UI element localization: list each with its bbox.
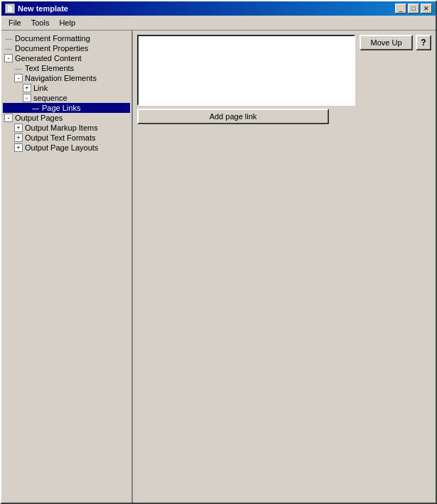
add-page-link-button[interactable]: Add page link (137, 109, 329, 124)
add-link-row: Add page link (137, 109, 431, 124)
tree-label-output-pages: Output Pages (15, 114, 63, 122)
tree-item-page-links[interactable]: — Page Links (3, 103, 130, 113)
expander-sequence[interactable]: - (23, 94, 31, 102)
expander-output-page-layouts[interactable]: + (14, 143, 23, 152)
main-content: — Document Formatting — Document Propert… (1, 31, 436, 503)
tree-label-output-markup-items: Output Markup Items (25, 124, 98, 132)
tree-item-text-elements[interactable]: — Text Elements (3, 63, 130, 73)
help-button[interactable]: ? (416, 35, 431, 50)
tree-item-output-page-layouts[interactable]: + Output Page Layouts (3, 143, 130, 153)
close-button[interactable]: ✕ (421, 4, 432, 13)
tree-item-doc-properties[interactable]: — Document Properties (3, 43, 130, 53)
tree-label-link: Link (33, 84, 48, 92)
window-title: New template (18, 4, 68, 13)
bottom-area (137, 127, 431, 498)
expander-output-text-formats[interactable]: + (14, 133, 23, 142)
tree-item-output-text-formats[interactable]: + Output Text Formats (3, 133, 130, 143)
maximize-button[interactable]: □ (408, 4, 419, 13)
tree-item-navigation-elements[interactable]: - Navigation Elements (3, 73, 130, 83)
tree-label-text-elements: Text Elements (25, 64, 74, 72)
menu-file[interactable]: File (4, 17, 26, 28)
tree-item-sequence[interactable]: - sequence (3, 93, 130, 103)
menu-tools[interactable]: Tools (27, 17, 54, 28)
tree-dash-icon: — (4, 35, 13, 43)
title-buttons: _ □ ✕ (395, 4, 432, 13)
tree-label-doc-properties: Document Properties (15, 44, 88, 53)
expander-output-pages[interactable]: - (4, 114, 13, 122)
expander-output-markup-items[interactable]: + (14, 124, 23, 132)
window-icon: 📄 (5, 4, 15, 13)
tree-label-page-links: Page Links (42, 104, 80, 112)
expander-link[interactable]: + (23, 84, 31, 92)
minimize-button[interactable]: _ (395, 4, 406, 13)
main-window: 📄 New template _ □ ✕ File Tools Help — D… (0, 0, 437, 504)
tree-label-output-page-layouts: Output Page Layouts (25, 143, 98, 152)
title-bar-left: 📄 New template (5, 4, 68, 13)
tree-panel: — Document Formatting — Document Propert… (1, 31, 133, 503)
move-up-button[interactable]: Move Up (360, 35, 413, 50)
tree-dash-icon: — (31, 104, 40, 112)
tree-item-generated-content[interactable]: - Generated Content (3, 53, 130, 63)
expander-generated-content[interactable]: - (4, 54, 13, 62)
tree-label-sequence: sequence (33, 94, 68, 102)
tree-dash-icon: — (4, 45, 13, 53)
tree-label-output-text-formats: Output Text Formats (25, 133, 95, 142)
menu-bar: File Tools Help (1, 16, 436, 31)
expander-navigation-elements[interactable]: - (14, 74, 23, 82)
tree-label-generated-content: Generated Content (15, 54, 82, 62)
tree-dash-icon: — (14, 65, 23, 72)
menu-help[interactable]: Help (55, 17, 80, 28)
action-buttons: Move Up? (360, 35, 431, 106)
right-panel: Move Up? Add page link (133, 31, 436, 503)
page-links-listbox[interactable] (137, 35, 355, 106)
title-bar: 📄 New template _ □ ✕ (1, 1, 436, 16)
tree-item-output-pages[interactable]: - Output Pages (3, 113, 130, 123)
tree-item-output-markup-items[interactable]: + Output Markup Items (3, 123, 130, 133)
right-top: Move Up? (137, 35, 431, 106)
tree-label-navigation-elements: Navigation Elements (25, 74, 97, 82)
tree-label-doc-formatting: Document Formatting (15, 34, 90, 43)
tree-item-doc-formatting[interactable]: — Document Formatting (3, 33, 130, 43)
tree-item-link[interactable]: + Link (3, 83, 130, 93)
